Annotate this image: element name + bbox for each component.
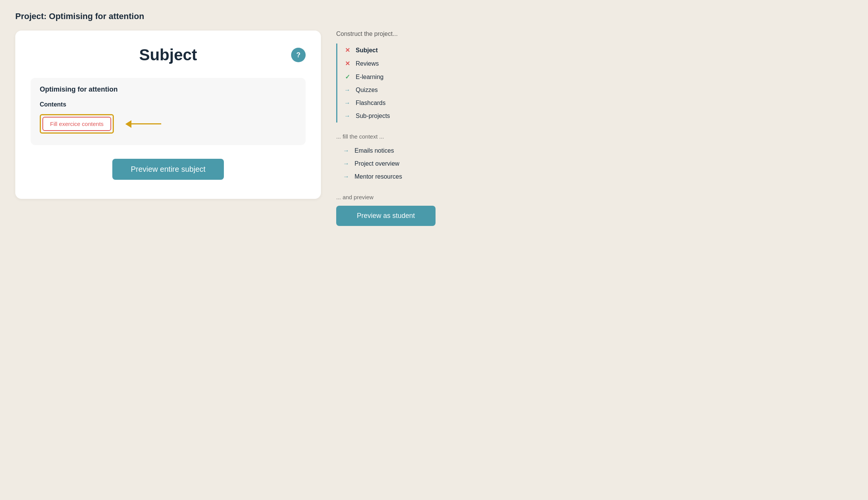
sidebar-nav-item-e-learning[interactable]: ✓E-learning — [337, 70, 436, 84]
subject-inner-title: Optimising for attention — [40, 85, 296, 94]
sidebar-nav-item-subject[interactable]: ✕Subject — [337, 44, 436, 57]
nav-icon-arrow: → — [343, 113, 351, 119]
sidebar-nav-item-flashcards[interactable]: →Flashcards — [337, 97, 436, 110]
sidebar-nav-item-sub-projects[interactable]: →Sub-projects — [337, 110, 436, 123]
help-icon[interactable]: ? — [291, 48, 306, 62]
context-item-project-overview[interactable]: →Project overview — [336, 157, 436, 170]
and-preview-title: ... and preview — [336, 194, 436, 200]
nav-item-label: Quizzes — [356, 87, 378, 94]
context-item-label: Emails notices — [355, 147, 394, 154]
fill-context-section: ... fill the context ... →Emails notices… — [336, 133, 436, 183]
subject-card: Subject ? Optimising for attention Conte… — [15, 31, 321, 199]
context-item-emails-notices[interactable]: →Emails notices — [336, 144, 436, 157]
nav-item-label: Subject — [356, 47, 378, 54]
sidebar: Construct the project... ✕Subject✕Review… — [336, 31, 436, 237]
nav-icon-cross: ✕ — [343, 47, 351, 54]
subject-inner-card: Optimising for attention Contents Fill e… — [31, 78, 306, 145]
context-item-label: Mentor resources — [355, 173, 402, 180]
preview-btn-wrapper: Preview entire subject — [31, 159, 306, 180]
nav-icon-arrow: → — [343, 87, 351, 94]
nav-icon-arrow: → — [343, 100, 351, 106]
fill-context-title: ... fill the context ... — [336, 133, 436, 140]
nav-icon-cross: ✕ — [343, 60, 351, 67]
fill-contents-highlight: Fill exercice contents — [40, 114, 114, 134]
page-title: Project: Optimising for attention — [15, 11, 853, 21]
subject-card-header: Subject ? — [31, 46, 306, 64]
fill-contents-wrapper: Fill exercice contents — [40, 114, 296, 134]
preview-as-student-button[interactable]: Preview as student — [336, 206, 436, 226]
subject-title: Subject — [139, 46, 197, 64]
nav-item-label: Sub-projects — [356, 113, 390, 119]
arrow-shaft — [131, 123, 161, 124]
sidebar-nav-item-quizzes[interactable]: →Quizzes — [337, 84, 436, 97]
nav-icon-check: ✓ — [343, 73, 351, 81]
sidebar-nav-item-reviews[interactable]: ✕Reviews — [337, 57, 436, 70]
nav-item-label: E-learning — [356, 74, 384, 81]
context-item-label: Project overview — [355, 160, 399, 167]
arrow-indicator — [125, 120, 161, 128]
context-arrow-icon: → — [342, 147, 350, 154]
context-items: →Emails notices→Project overview→Mentor … — [336, 144, 436, 183]
sidebar-nav: ✕Subject✕Reviews✓E-learning→Quizzes→Flas… — [336, 44, 436, 123]
construct-title: Construct the project... — [336, 31, 436, 37]
preview-entire-subject-button[interactable]: Preview entire subject — [112, 159, 224, 180]
fill-contents-button[interactable]: Fill exercice contents — [42, 117, 111, 131]
preview-section: ... and preview Preview as student — [336, 194, 436, 226]
contents-label: Contents — [40, 101, 296, 108]
nav-item-label: Flashcards — [356, 100, 385, 106]
context-arrow-icon: → — [342, 173, 350, 180]
context-item-mentor-resources[interactable]: →Mentor resources — [336, 170, 436, 183]
main-content: Subject ? Optimising for attention Conte… — [15, 31, 321, 199]
context-arrow-icon: → — [342, 160, 350, 167]
nav-item-label: Reviews — [356, 60, 379, 67]
